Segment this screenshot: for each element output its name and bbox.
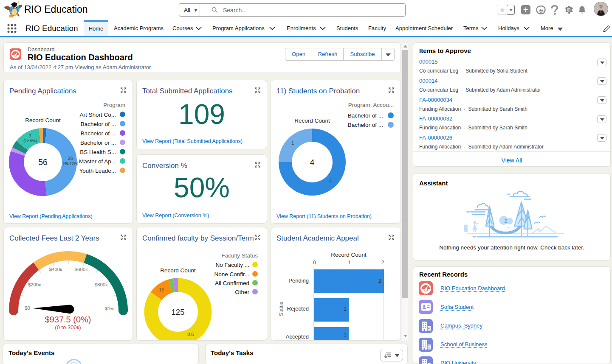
svg-text:$600к: $600к [75, 267, 88, 272]
svg-text:7: 7 [29, 134, 31, 139]
svg-text:2: 2 [381, 260, 384, 266]
svg-text:$200к: $200к [28, 282, 42, 287]
svg-text:$400к: $400к [49, 267, 63, 272]
svg-text:$800к: $800к [95, 282, 108, 287]
svg-text:Status: Status [278, 302, 284, 316]
svg-text:105: 105 [187, 332, 194, 337]
svg-text:4: 4 [310, 158, 315, 167]
svg-text:1: 1 [344, 306, 347, 312]
svg-text:Accepted: Accepted [286, 333, 309, 340]
svg-text:2: 2 [378, 278, 381, 284]
svg-text:$0: $0 [25, 305, 30, 311]
svg-text:3: 3 [329, 178, 332, 183]
svg-text:(12.5%): (12.5%) [23, 139, 37, 143]
svg-text:1: 1 [344, 332, 347, 338]
svg-text:125: 125 [172, 308, 185, 316]
svg-text:56: 56 [38, 157, 48, 167]
svg-text:1: 1 [291, 141, 294, 146]
svg-text:Rejected: Rejected [287, 305, 309, 312]
svg-text:(0 to 300к): (0 to 300к) [55, 324, 81, 330]
svg-text:(46.43%): (46.43%) [63, 161, 79, 165]
svg-text:Record Count: Record Count [331, 252, 367, 258]
svg-text:1: 1 [348, 260, 351, 266]
svg-text:Pending: Pending [288, 277, 309, 284]
svg-text:26: 26 [68, 156, 73, 161]
svg-text:$937.5 (0%): $937.5 (0%) [45, 315, 91, 324]
svg-text:z: z [505, 217, 508, 224]
svg-text:$1м: $1м [105, 306, 114, 311]
svg-text:13: 13 [159, 288, 164, 292]
svg-text:0: 0 [313, 260, 316, 266]
